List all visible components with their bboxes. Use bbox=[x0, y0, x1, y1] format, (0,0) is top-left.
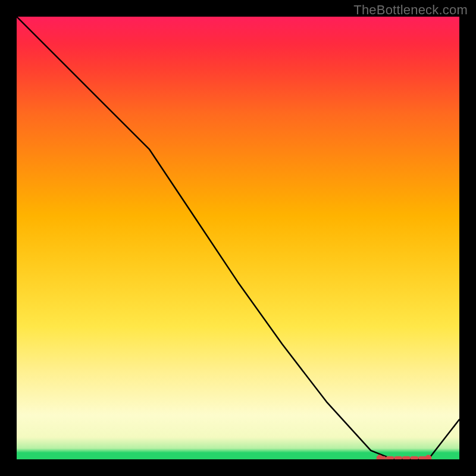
watermark-text: TheBottleneck.com bbox=[353, 2, 468, 18]
chart-svg bbox=[17, 17, 459, 459]
chart-frame: TheBottleneck.com bbox=[0, 0, 476, 476]
plot-area bbox=[17, 17, 459, 459]
